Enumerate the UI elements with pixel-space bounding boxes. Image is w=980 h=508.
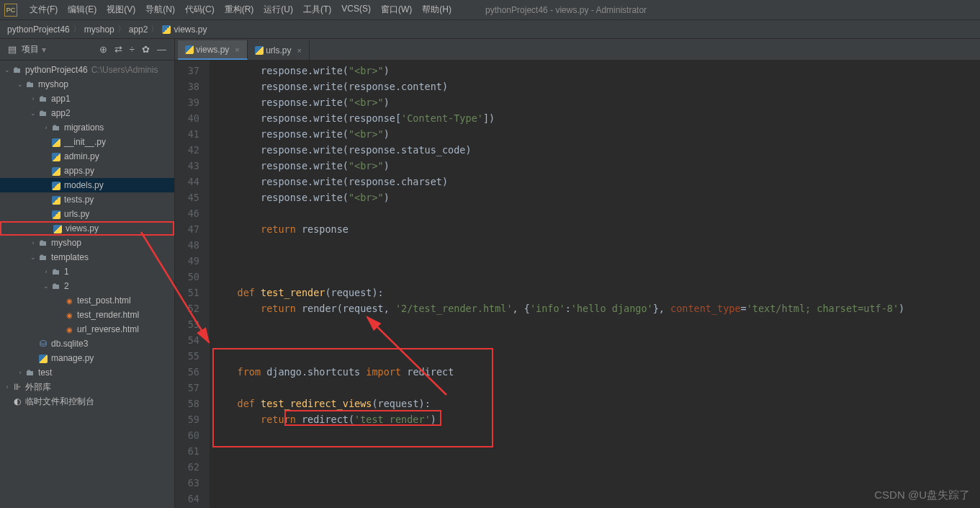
menu-item[interactable]: 文件(F): [24, 4, 63, 16]
tree-item[interactable]: views.py: [0, 221, 174, 236]
chevron-icon[interactable]: ›: [29, 239, 37, 246]
folder-icon: 🖿: [50, 281, 62, 291]
python-icon: [50, 209, 62, 219]
tree-item[interactable]: ⌄🖿templates: [0, 250, 174, 264]
menu-item[interactable]: VCS(S): [336, 4, 376, 16]
tree-label: apps.py: [64, 166, 94, 176]
menu-item[interactable]: 编辑(E): [63, 4, 102, 16]
tree-item[interactable]: ◉url_reverse.html: [0, 322, 174, 337]
chevron-icon[interactable]: ›: [42, 124, 50, 131]
chevron-down-icon[interactable]: ▾: [42, 45, 46, 55]
tree-item[interactable]: ⌄🖿pythonProject46C:\Users\Adminis: [0, 63, 174, 77]
tree-item[interactable]: ◐临时文件和控制台: [0, 394, 174, 409]
editor-tab[interactable]: views.py×: [178, 40, 248, 60]
folder-icon: 🖿: [24, 79, 36, 89]
tree-label: tests.py: [64, 195, 94, 205]
hide-icon[interactable]: —: [157, 44, 166, 55]
code-editor[interactable]: 3738394041424344454647484950515253545556…: [175, 61, 980, 508]
tree-item[interactable]: ⌄🖿myshop: [0, 77, 174, 92]
folder-icon: 🖿: [24, 367, 36, 378]
chevron-icon[interactable]: ›: [29, 95, 37, 102]
chevron-icon[interactable]: ⌄: [16, 81, 24, 88]
scratch-icon: ◐: [12, 396, 23, 406]
tree-item[interactable]: ›🖿1: [0, 264, 174, 279]
menu-item[interactable]: 窗口(W): [376, 4, 417, 16]
locate-icon[interactable]: ⊕: [99, 44, 107, 55]
menu-item[interactable]: 运行(U): [259, 4, 298, 16]
tree-item[interactable]: ›🖿app1: [0, 92, 174, 106]
chevron-icon[interactable]: ⌄: [42, 282, 50, 290]
tree-item[interactable]: urls.py: [0, 207, 174, 221]
menu-item[interactable]: 工具(T): [298, 4, 336, 16]
tree-label: views.py: [66, 223, 99, 233]
breadcrumb-item[interactable]: myshop: [84, 24, 114, 35]
tree-item[interactable]: ⌄🖿2: [0, 279, 174, 293]
tree-label: myshop: [51, 238, 81, 248]
editor-tab[interactable]: urls.py×: [248, 40, 310, 60]
code-content[interactable]: response.write("<br>") response.write(re…: [210, 61, 980, 508]
tree-item[interactable]: ›🖿myshop: [0, 236, 174, 250]
python-icon: [50, 195, 62, 205]
menu-item[interactable]: 视图(V): [102, 4, 140, 16]
folder-icon: 🖿: [50, 267, 62, 277]
tree-item[interactable]: ⛁db.sqlite3: [0, 337, 174, 351]
project-sidebar: ▤ 项目 ▾ ⊕ ⇄ ÷ ✿ — ⌄🖿pythonProject46C:\Use…: [0, 39, 175, 508]
menu-item[interactable]: 重构(R): [220, 4, 259, 16]
python-icon: [52, 223, 63, 233]
tree-item[interactable]: ◉test_render.html: [0, 308, 174, 322]
chevron-icon[interactable]: ⌄: [3, 66, 12, 73]
breadcrumb-item[interactable]: app2: [129, 24, 148, 35]
breadcrumb-item[interactable]: pythonProject46: [7, 24, 70, 35]
tree-label: test_render.html: [77, 310, 139, 320]
tree-label: __init__.py: [64, 137, 106, 147]
tree-item[interactable]: models.py: [0, 178, 174, 192]
close-icon[interactable]: ×: [235, 45, 239, 54]
window-title: pythonProject46 - views.py - Administrat…: [485, 5, 647, 15]
close-icon[interactable]: ×: [297, 46, 301, 55]
chevron-icon[interactable]: ⌄: [29, 254, 37, 261]
menu-item[interactable]: 帮助(H): [417, 4, 457, 16]
tree-label: models.py: [64, 180, 104, 190]
tree-item[interactable]: __init__.py: [0, 135, 174, 149]
tree-item[interactable]: admin.py: [0, 149, 174, 164]
menu-item[interactable]: 代码(C): [180, 4, 220, 16]
chevron-icon[interactable]: ⌄: [29, 110, 37, 117]
chevron-icon[interactable]: ›: [3, 383, 12, 391]
tree-item[interactable]: ›🖿migrations: [0, 120, 174, 135]
tree-label: myshop: [38, 79, 68, 89]
python-icon: [255, 46, 264, 55]
collapse-icon[interactable]: ÷: [130, 44, 135, 55]
python-icon: [162, 25, 171, 34]
expand-icon[interactable]: ⇄: [114, 44, 122, 55]
breadcrumb: pythonProject46〉myshop〉app2〉views.py: [0, 20, 980, 39]
tree-item[interactable]: tests.py: [0, 192, 174, 207]
chevron-icon[interactable]: ›: [16, 369, 24, 376]
breadcrumb-item[interactable]: views.py: [174, 24, 207, 35]
python-icon: [50, 137, 62, 147]
tree-label: test_post.html: [77, 295, 131, 306]
tab-label: views.py: [196, 45, 229, 55]
project-label[interactable]: 项目: [22, 43, 39, 55]
tree-item[interactable]: ›🖿test: [0, 365, 174, 380]
tree-item[interactable]: ⌄🖿app2: [0, 106, 174, 120]
chevron-icon[interactable]: ›: [42, 268, 50, 275]
tree-label: 外部库: [25, 381, 51, 393]
tree-label: admin.py: [64, 151, 99, 161]
tree-item[interactable]: manage.py: [0, 351, 174, 365]
project-tree[interactable]: ⌄🖿pythonProject46C:\Users\Adminis⌄🖿mysho…: [0, 61, 174, 508]
tree-item[interactable]: apps.py: [0, 164, 174, 178]
python-icon: [50, 151, 62, 161]
menu-item[interactable]: 导航(N): [140, 4, 180, 16]
folder-icon: 🖿: [50, 122, 62, 133]
gear-icon[interactable]: ✿: [142, 44, 150, 55]
folder-icon: 🖿: [37, 238, 49, 248]
tree-label: url_reverse.html: [77, 324, 139, 334]
python-icon: [185, 45, 194, 54]
folder-icon: 🖿: [37, 94, 49, 104]
tree-label: urls.py: [64, 209, 89, 219]
tree-item[interactable]: ◉test_post.html: [0, 293, 174, 308]
tree-item[interactable]: ›⊪外部库: [0, 380, 174, 394]
tab-label: urls.py: [266, 45, 291, 55]
project-icon: ▤: [8, 44, 17, 55]
editor-tabs: views.py× urls.py×: [175, 39, 980, 61]
